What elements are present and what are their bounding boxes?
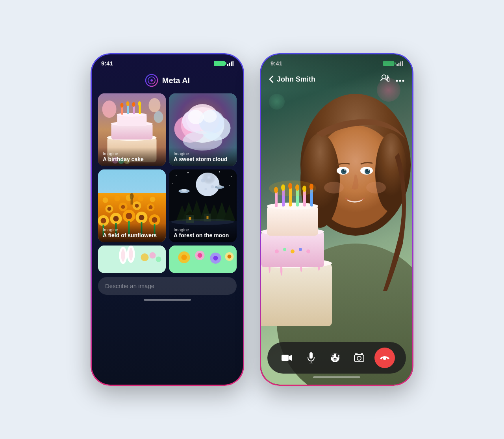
svg-point-53 bbox=[139, 215, 145, 220]
left-status-bar: 9:41 bbox=[92, 54, 243, 70]
right-phone: 9:41 bbox=[260, 53, 413, 386]
svg-rect-3 bbox=[229, 63, 230, 66]
back-button[interactable]: John Smith bbox=[269, 75, 315, 84]
svg-rect-1 bbox=[221, 63, 222, 64]
svg-point-59 bbox=[107, 207, 111, 211]
card-bunny[interactable] bbox=[98, 246, 166, 273]
svg-point-116 bbox=[198, 253, 202, 258]
svg-point-186 bbox=[357, 356, 361, 360]
svg-marker-173 bbox=[289, 355, 292, 361]
flip-camera-button[interactable] bbox=[350, 349, 368, 366]
card-flowers[interactable] bbox=[169, 246, 237, 273]
call-header-actions bbox=[380, 74, 404, 84]
svg-point-61 bbox=[121, 205, 125, 209]
card-birthday[interactable]: Imagine A birthday cake bbox=[98, 93, 166, 166]
svg-point-108 bbox=[129, 248, 133, 260]
svg-point-39 bbox=[203, 110, 217, 123]
svg-point-89 bbox=[217, 185, 222, 188]
more-options-button[interactable] bbox=[396, 74, 404, 84]
svg-point-79 bbox=[172, 183, 173, 184]
left-home-indicator bbox=[144, 299, 191, 301]
svg-point-146 bbox=[306, 249, 310, 253]
svg-point-82 bbox=[196, 173, 220, 196]
end-call-icon bbox=[379, 354, 390, 362]
svg-point-44 bbox=[101, 218, 106, 223]
svg-point-80 bbox=[229, 185, 230, 186]
call-controls bbox=[267, 342, 406, 374]
card-storm[interactable]: Imagine A sweet storm cloud bbox=[169, 93, 237, 166]
svg-point-24 bbox=[126, 101, 130, 106]
svg-point-70 bbox=[150, 197, 156, 202]
svg-rect-72 bbox=[131, 199, 133, 205]
microphone-button[interactable] bbox=[302, 349, 320, 366]
bottom-cards bbox=[92, 242, 243, 273]
card-birthday-label: Imagine A birthday cake bbox=[98, 147, 166, 166]
back-arrow-icon bbox=[269, 75, 274, 83]
call-header: John Smith bbox=[261, 54, 412, 91]
svg-point-169 bbox=[396, 80, 398, 82]
svg-point-109 bbox=[141, 253, 149, 261]
svg-point-77 bbox=[219, 171, 220, 173]
svg-rect-172 bbox=[282, 355, 289, 361]
end-call-button[interactable] bbox=[374, 348, 395, 368]
svg-point-118 bbox=[213, 256, 218, 260]
add-person-icon bbox=[380, 74, 389, 82]
images-grid: Imagine A birthday cake bbox=[92, 93, 243, 242]
svg-point-26 bbox=[138, 101, 141, 106]
svg-point-65 bbox=[149, 205, 153, 209]
svg-point-171 bbox=[402, 80, 404, 82]
svg-point-10 bbox=[102, 100, 117, 118]
card-storm-label: Imagine A sweet storm cloud bbox=[169, 147, 237, 166]
battery-icon bbox=[214, 61, 225, 66]
flip-camera-icon bbox=[354, 353, 365, 363]
card-sunflowers[interactable]: Imagine A field of sunflowers bbox=[98, 169, 166, 242]
svg-point-84 bbox=[211, 185, 214, 188]
svg-point-120 bbox=[228, 255, 232, 259]
signal-icon bbox=[227, 61, 233, 66]
svg-point-144 bbox=[291, 249, 295, 253]
right-home-indicator bbox=[313, 376, 360, 378]
svg-point-166 bbox=[382, 75, 386, 79]
describe-input[interactable]: Describe an image bbox=[98, 277, 237, 295]
video-camera-icon bbox=[282, 353, 293, 362]
meta-ai-header: Meta AI bbox=[92, 70, 243, 93]
svg-point-25 bbox=[132, 102, 135, 107]
svg-point-66 bbox=[103, 197, 108, 203]
svg-point-23 bbox=[120, 103, 124, 108]
svg-rect-4 bbox=[231, 61, 232, 66]
svg-point-145 bbox=[299, 248, 302, 251]
svg-point-184 bbox=[335, 358, 336, 359]
more-options-icon bbox=[396, 80, 404, 82]
add-person-button[interactable] bbox=[380, 74, 389, 84]
svg-point-38 bbox=[188, 110, 204, 124]
input-placeholder: Describe an image bbox=[105, 283, 154, 289]
left-status-icons bbox=[214, 61, 233, 66]
effects-button[interactable] bbox=[326, 349, 344, 366]
caller-name: John Smith bbox=[277, 75, 315, 84]
svg-rect-2 bbox=[227, 64, 228, 66]
svg-point-69 bbox=[138, 196, 144, 201]
svg-rect-185 bbox=[354, 355, 364, 362]
video-camera-button[interactable] bbox=[278, 349, 296, 366]
svg-point-50 bbox=[126, 213, 132, 219]
svg-rect-5 bbox=[233, 61, 234, 66]
svg-point-181 bbox=[338, 355, 339, 357]
svg-point-111 bbox=[156, 257, 161, 262]
card-sunflowers-label: Imagine A field of sunflowers bbox=[98, 223, 166, 242]
svg-point-110 bbox=[150, 252, 156, 259]
svg-point-74 bbox=[176, 175, 177, 176]
svg-rect-136 bbox=[261, 263, 332, 326]
svg-point-159 bbox=[269, 180, 316, 196]
svg-point-183 bbox=[334, 358, 335, 359]
svg-point-142 bbox=[275, 249, 279, 253]
svg-point-107 bbox=[121, 249, 125, 262]
card-moon-label: Imagine A forest on the moon bbox=[169, 223, 237, 242]
svg-point-8 bbox=[150, 79, 153, 82]
svg-point-143 bbox=[283, 248, 286, 251]
svg-point-56 bbox=[152, 217, 158, 223]
svg-point-78 bbox=[231, 176, 232, 177]
card-moon[interactable]: Imagine A forest on the moon bbox=[169, 169, 237, 242]
meta-ai-title: Meta AI bbox=[162, 76, 190, 85]
svg-point-75 bbox=[187, 172, 189, 173]
svg-rect-0 bbox=[217, 62, 221, 65]
